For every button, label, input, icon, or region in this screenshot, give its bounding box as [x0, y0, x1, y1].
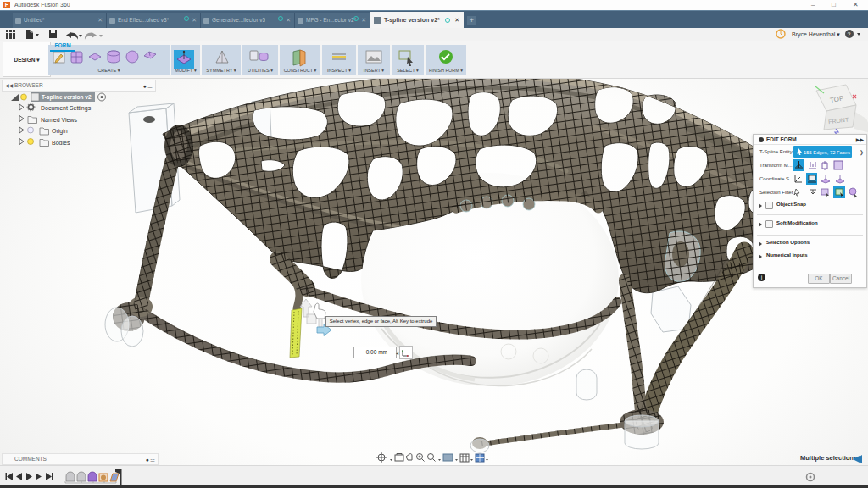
svg-text:155 Edges, 72 Faces: 155 Edges, 72 Faces [804, 150, 850, 155]
svg-text:Named Views: Named Views [41, 117, 78, 123]
svg-text:Bryce Heventhal ▾: Bryce Heventhal ▾ [792, 31, 840, 38]
svg-text:?: ? [848, 31, 851, 37]
svg-text:Document Settings: Document Settings [41, 105, 92, 112]
svg-text:Bodies: Bodies [52, 140, 70, 146]
svg-text:T-spline version v2: T-spline version v2 [42, 94, 92, 101]
svg-text:Origin: Origin [52, 128, 68, 135]
